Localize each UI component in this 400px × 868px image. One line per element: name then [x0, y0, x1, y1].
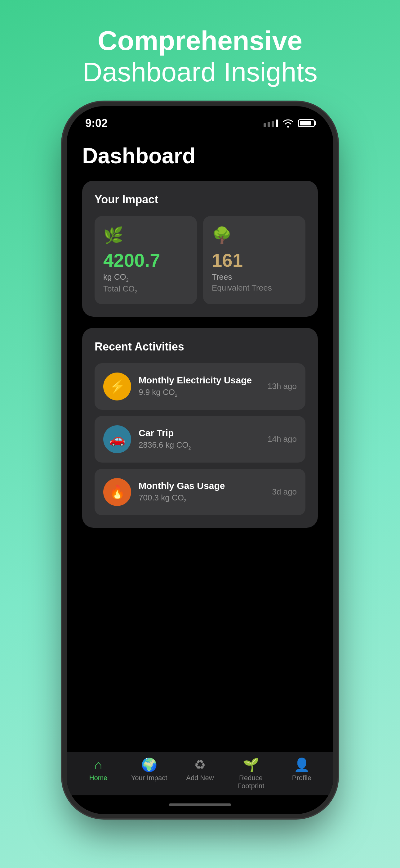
recycle-icon: ♻ [194, 758, 206, 771]
car-icon: 🚗 [109, 432, 125, 447]
nav-reduce-footprint[interactable]: 🌱 Reduce Footprint [229, 758, 272, 790]
activity-item-car[interactable]: 🚗 Car Trip 2836.6 kg CO2 14h ago [95, 416, 305, 463]
trees-value: 161 [212, 251, 297, 270]
trees-unit: Trees [212, 272, 297, 282]
activity-item-electricity[interactable]: ⚡ Monthly Electricity Usage 9.9 kg CO2 1… [95, 363, 305, 410]
nav-reduce-footprint-label: Reduce Footprint [229, 774, 272, 790]
gas-name: Monthly Gas Usage [139, 480, 265, 491]
co2-unit: kg CO2 [103, 272, 188, 282]
car-name: Car Trip [139, 428, 260, 438]
activities-card-title: Recent Activities [95, 340, 305, 353]
wifi-icon [282, 119, 294, 128]
screen-content: Dashboard Your Impact 🌿 4200.7 kg CO2 To… [67, 131, 333, 752]
tree-icon: 🌳 [212, 226, 297, 245]
page-title: Dashboard [82, 144, 318, 168]
gas-time: 3d ago [272, 487, 297, 497]
nav-profile-label: Profile [292, 774, 311, 782]
nav-add-new[interactable]: ♻ Add New [178, 758, 222, 782]
impact-grid: 🌿 4200.7 kg CO2 Total CO2 🌳 161 Trees Eq… [95, 216, 305, 304]
co2-value: 4200.7 [103, 251, 188, 270]
car-time: 14h ago [268, 434, 297, 444]
co2-label: Total CO2 [103, 284, 188, 294]
status-time: 9:02 [85, 117, 108, 130]
flame-icon: 🔥 [109, 484, 125, 499]
phone-shell: 9:02 Dashboard [67, 106, 333, 814]
co2-impact-item: 🌿 4200.7 kg CO2 Total CO2 [95, 216, 197, 304]
electricity-info: Monthly Electricity Usage 9.9 kg CO2 [139, 375, 260, 398]
gas-badge: 🔥 [103, 478, 131, 506]
electricity-name: Monthly Electricity Usage [139, 375, 260, 385]
status-icons [264, 119, 315, 128]
globe-icon: 🌍 [141, 758, 157, 771]
car-co2: 2836.6 kg CO2 [139, 440, 260, 451]
home-icon: ⌂ [94, 758, 102, 771]
scroll-area: Dashboard Your Impact 🌿 4200.7 kg CO2 To… [67, 131, 333, 752]
car-badge: 🚗 [103, 425, 131, 453]
home-indicator-bar [169, 803, 231, 806]
signal-icon [264, 120, 278, 127]
status-bar: 9:02 [67, 106, 333, 131]
footprint-icon: 🌱 [243, 758, 259, 771]
nav-profile[interactable]: 👤 Profile [280, 758, 324, 782]
impact-card: Your Impact 🌿 4200.7 kg CO2 Total CO2 🌳 [82, 181, 318, 316]
electricity-co2: 9.9 kg CO2 [139, 388, 260, 398]
trees-label: Equivalent Trees [212, 283, 297, 293]
home-indicator [67, 795, 333, 814]
electricity-time: 13h ago [268, 381, 297, 391]
nav-home-label: Home [89, 774, 108, 782]
activities-card: Recent Activities ⚡ Monthly Electricity … [82, 328, 318, 528]
phone-screen: 9:02 Dashboard [67, 106, 333, 814]
electricity-badge: ⚡ [103, 373, 131, 400]
gas-info: Monthly Gas Usage 700.3 kg CO2 [139, 480, 265, 503]
activity-item-gas[interactable]: 🔥 Monthly Gas Usage 700.3 kg CO2 3d ago [95, 469, 305, 515]
header-line1: Comprehensive [98, 25, 302, 56]
trees-impact-item: 🌳 161 Trees Equivalent Trees [203, 216, 305, 304]
impact-card-title: Your Impact [95, 193, 305, 206]
page-header: Comprehensive Dashboard Insights [82, 0, 318, 106]
bottom-nav: ⌂ Home 🌍 Your Impact ♻ Add New 🌱 Reduce … [67, 752, 333, 795]
nav-add-new-label: Add New [186, 774, 214, 782]
nav-your-impact-label: Your Impact [131, 774, 167, 782]
nav-your-impact[interactable]: 🌍 Your Impact [128, 758, 171, 782]
car-info: Car Trip 2836.6 kg CO2 [139, 428, 260, 451]
gas-co2: 700.3 kg CO2 [139, 493, 265, 503]
lightning-icon: ⚡ [109, 379, 125, 394]
leaf-icon: 🌿 [103, 226, 188, 245]
header-line2: Dashboard Insights [82, 57, 318, 87]
battery-icon [298, 119, 315, 127]
profile-icon: 👤 [294, 758, 310, 771]
nav-home[interactable]: ⌂ Home [76, 758, 120, 782]
